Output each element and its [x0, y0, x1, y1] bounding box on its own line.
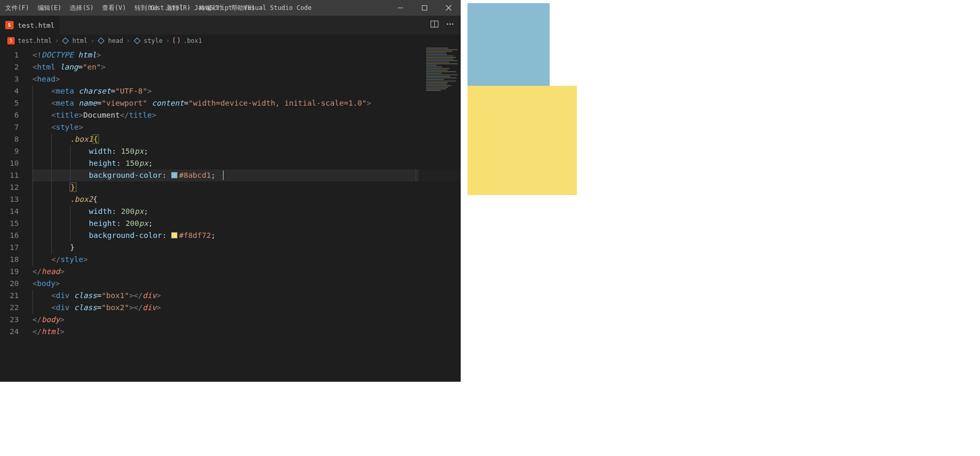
code-line[interactable]: <style> — [32, 121, 461, 133]
code-line[interactable]: background-color: #8abcd1; — [32, 169, 461, 181]
crumb-style[interactable]: style — [144, 37, 163, 44]
code-line[interactable]: <meta name="viewport" content="width=dev… — [32, 97, 461, 109]
crumb-selector[interactable]: .box1 — [183, 37, 202, 44]
chevron-right-icon: › — [91, 37, 94, 44]
menu-item[interactable]: 转到(G) — [130, 0, 163, 16]
maximize-button[interactable] — [413, 0, 437, 16]
symbol-icon — [133, 37, 141, 44]
code-line[interactable]: .box1{ — [32, 133, 461, 145]
crumb-file[interactable]: test.html — [18, 37, 52, 44]
live-preview-pane — [461, 0, 980, 456]
code-line[interactable]: </html> — [32, 326, 461, 338]
tab-label: test.html — [18, 21, 54, 29]
menu-item[interactable]: 选择(S) — [65, 0, 98, 16]
menu-item[interactable]: 编辑(E) — [34, 0, 66, 16]
vscode-window: 文件(F)编辑(E)选择(S)查看(V)转到(G)运行(R)终端(T)帮助(H)… — [0, 0, 461, 382]
code-editor[interactable]: 123456789101112131415161718192021222324 … — [0, 47, 461, 382]
code-line[interactable]: <div class="box1"></div> — [32, 290, 461, 302]
menubar: 文件(F)编辑(E)选择(S)查看(V)转到(G)运行(R)终端(T)帮助(H) — [0, 0, 260, 16]
code-line[interactable]: <body> — [32, 278, 461, 290]
code-line[interactable]: height: 200px; — [32, 218, 461, 230]
menu-item[interactable]: 帮助(H) — [227, 0, 260, 16]
close-button[interactable] — [437, 0, 461, 16]
tab-test-html[interactable]: 5 test.html — [0, 16, 60, 35]
preview-box1 — [467, 3, 550, 86]
window-controls — [388, 0, 461, 16]
code-line[interactable]: </body> — [32, 314, 461, 326]
tabbar: 5 test.html — [0, 16, 461, 35]
crumb-head[interactable]: head — [108, 37, 123, 44]
css-rule-icon — [173, 37, 180, 45]
code-line[interactable]: <head> — [32, 73, 461, 85]
code-line[interactable]: .box2{ — [32, 193, 461, 206]
code-line[interactable]: <div class="box2"></div> — [32, 302, 461, 314]
code-line[interactable]: width: 150px; — [32, 145, 461, 157]
chevron-right-icon: › — [126, 37, 130, 44]
split-editor-icon[interactable] — [430, 20, 439, 30]
titlebar: 文件(F)编辑(E)选择(S)查看(V)转到(G)运行(R)终端(T)帮助(H)… — [0, 0, 461, 16]
code-line[interactable]: height: 150px; — [32, 157, 461, 169]
menu-item[interactable]: 终端(T) — [195, 0, 227, 16]
code-line[interactable]: <meta charset="UTF-8"> — [32, 85, 461, 97]
crumb-html[interactable]: html — [72, 37, 87, 44]
svg-point-7 — [450, 24, 451, 25]
minimize-button[interactable] — [388, 0, 413, 16]
svg-point-8 — [452, 24, 454, 25]
code-line[interactable]: } — [32, 242, 461, 254]
code-line[interactable]: <title>Document</title> — [32, 109, 461, 121]
svg-rect-9 — [63, 38, 69, 43]
symbol-icon — [62, 37, 69, 44]
svg-rect-10 — [98, 38, 104, 43]
symbol-icon — [97, 37, 105, 44]
menu-item[interactable]: 运行(R) — [162, 0, 195, 16]
menu-item[interactable]: 查看(V) — [98, 0, 130, 16]
code-line[interactable]: } — [32, 181, 461, 193]
svg-rect-11 — [134, 38, 140, 43]
code-line[interactable]: width: 200px; — [32, 206, 461, 218]
code-line[interactable]: <!DOCTYPE html> — [32, 49, 461, 61]
more-actions-icon[interactable] — [446, 20, 454, 30]
html-file-icon: 5 — [7, 37, 15, 44]
line-number-gutter: 123456789101112131415161718192021222324 — [0, 47, 32, 382]
code-line[interactable]: <html lang="en"> — [32, 61, 461, 73]
html-file-icon: 5 — [5, 21, 14, 29]
svg-rect-1 — [422, 6, 427, 10]
breadcrumbs[interactable]: 5 test.html › html › head › style › .box… — [0, 35, 461, 47]
code-line[interactable]: </head> — [32, 266, 461, 278]
chevron-right-icon: › — [55, 37, 59, 44]
preview-box2 — [467, 86, 577, 195]
minimap[interactable] — [419, 47, 461, 382]
code-line[interactable]: background-color: #f8df72; — [32, 230, 461, 242]
menu-item[interactable]: 文件(F) — [1, 0, 34, 16]
svg-point-6 — [447, 24, 449, 25]
chevron-right-icon: › — [166, 37, 170, 44]
code-line[interactable]: </style> — [32, 254, 461, 266]
code-area[interactable]: <!DOCTYPE html><html lang="en"><head> <m… — [32, 47, 461, 382]
